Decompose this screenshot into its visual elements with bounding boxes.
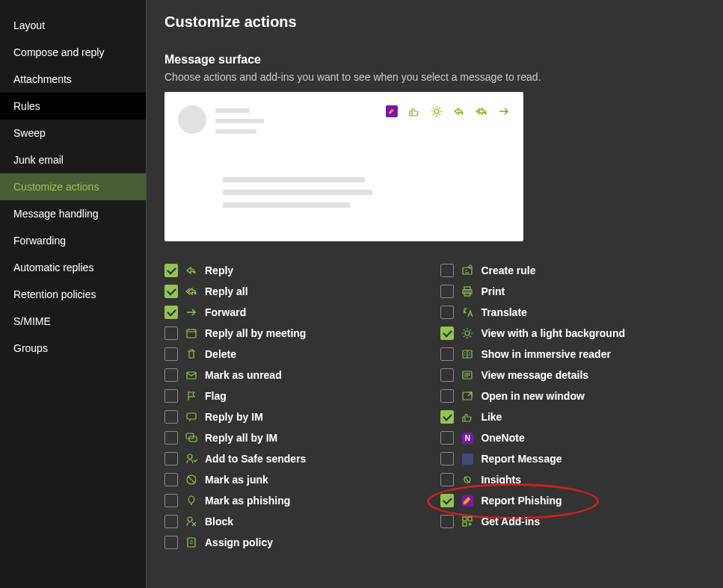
sidebar-item-forwarding[interactable]: Forwarding (0, 227, 146, 254)
sidebar-item-message-handling[interactable]: Message handling (0, 200, 146, 227)
action-item-view-with-a-light-background: View with a light background (440, 327, 625, 340)
action-item-print: Print (440, 285, 625, 298)
checkbox[interactable] (164, 473, 178, 486)
header-lines (215, 105, 377, 140)
action-item-reply-by-im: Reply by IM (164, 410, 306, 424)
checkbox[interactable] (440, 368, 454, 382)
checkbox[interactable] (164, 494, 178, 507)
checkbox[interactable] (164, 327, 178, 340)
action-label: Reply all by meeting (205, 327, 306, 339)
action-item-report-message: Report Message (440, 452, 625, 465)
checkbox[interactable] (440, 473, 454, 486)
reply-icon (185, 264, 197, 276)
action-label: Forward (205, 306, 246, 318)
rule-icon (461, 264, 473, 276)
checkbox[interactable] (440, 327, 454, 340)
action-item-flag: Flag (164, 389, 306, 403)
checkbox[interactable] (164, 264, 178, 277)
policy-icon (185, 536, 197, 548)
action-item-reply: Reply (164, 264, 306, 277)
checkbox[interactable] (440, 285, 454, 298)
sidebar-item-automatic-replies[interactable]: Automatic replies (0, 254, 146, 281)
action-item-block: Block (164, 515, 306, 528)
checkbox[interactable] (164, 515, 178, 528)
action-label: Translate (481, 306, 526, 318)
action-item-report-phishing: Report Phishing (440, 494, 625, 507)
sun-icon (461, 327, 473, 339)
action-label: Report Phishing (481, 495, 562, 507)
action-item-like: Like (440, 410, 625, 424)
action-item-reply-all: Reply all (164, 285, 306, 298)
checkbox[interactable] (164, 306, 178, 319)
forward-icon (498, 105, 510, 117)
sidebar-item-sweep[interactable]: Sweep (0, 120, 146, 146)
action-label: Flag (205, 390, 227, 402)
section-title: Message surface (164, 53, 705, 66)
onenote-icon: N (461, 432, 473, 444)
action-item-reply-all-by-meeting: Reply all by meeting (164, 327, 306, 340)
reportmsg-icon (461, 453, 473, 465)
checkbox[interactable] (164, 452, 178, 465)
sidebar-item-s/mime[interactable]: S/MIME (0, 308, 146, 335)
action-item-insights: Insights (440, 473, 625, 486)
sidebar-item-layout[interactable]: Layout (0, 12, 146, 39)
forward-icon (185, 306, 197, 318)
checkbox[interactable] (440, 494, 454, 507)
checkbox[interactable] (164, 347, 178, 361)
action-label: Mark as unread (205, 369, 282, 381)
checkbox[interactable] (440, 347, 454, 361)
action-label: Delete (205, 348, 236, 360)
checkbox[interactable] (164, 389, 178, 403)
action-label: Like (481, 411, 502, 423)
checkbox[interactable] (440, 410, 454, 424)
settings-sidebar: LayoutCompose and replyAttachmentsRulesS… (0, 0, 147, 588)
phishing-icon (185, 495, 197, 507)
action-label: Report Message (481, 453, 562, 465)
sidebar-item-attachments[interactable]: Attachments (0, 66, 146, 93)
checkbox[interactable] (164, 410, 178, 424)
checkbox[interactable] (164, 368, 178, 382)
checkbox[interactable] (440, 515, 454, 528)
sidebar-item-customize-actions[interactable]: Customize actions (0, 173, 146, 200)
flag-icon (185, 390, 197, 402)
sidebar-item-junk-email[interactable]: Junk email (0, 146, 146, 173)
checkbox[interactable] (440, 431, 454, 445)
checkbox[interactable] (164, 431, 178, 445)
sidebar-item-rules[interactable]: Rules (0, 93, 146, 120)
action-label: View message details (481, 369, 588, 381)
junk-icon (185, 474, 197, 486)
trash-icon (185, 348, 197, 360)
action-item-show-in-immersive-reader: Show in immersive reader (440, 347, 625, 361)
action-label: Reply all by IM (205, 432, 277, 444)
checkbox[interactable] (164, 536, 178, 549)
light-background-icon (431, 105, 443, 117)
section-description: Choose actions and add-ins you want to s… (164, 71, 705, 83)
action-item-reply-all-by-im: Reply all by IM (164, 431, 306, 445)
checkbox[interactable] (440, 306, 454, 319)
checkbox[interactable] (440, 264, 454, 277)
action-label: Mark as phishing (205, 495, 290, 507)
actions-column-right: Create rulePrintTranslateView with a lig… (440, 264, 625, 549)
action-label: Mark as junk (205, 474, 268, 486)
action-item-open-in-new-window: Open in new window (440, 389, 625, 403)
checkbox[interactable] (164, 285, 178, 298)
block-icon (185, 516, 197, 527)
translate-icon (461, 306, 473, 318)
sidebar-item-retention-policies[interactable]: Retention policies (0, 281, 146, 308)
reply-all-icon (476, 105, 487, 117)
actions-column-left: ReplyReply allForwardReply all by meetin… (164, 264, 306, 549)
action-label: OneNote (481, 432, 524, 444)
sidebar-item-groups[interactable]: Groups (0, 335, 146, 362)
action-label: Assign policy (205, 536, 273, 548)
checkbox[interactable] (440, 452, 454, 465)
action-label: Print (481, 285, 505, 297)
checkbox[interactable] (440, 389, 454, 403)
action-label: View with a light background (481, 327, 625, 339)
action-item-mark-as-phishing: Mark as phishing (164, 494, 306, 507)
action-item-get-add-ins: Get Add-ins (440, 515, 625, 528)
sidebar-item-compose-and-reply[interactable]: Compose and reply (0, 39, 146, 66)
action-label: Reply (205, 264, 233, 276)
action-label: Block (205, 516, 233, 527)
actions-grid: ReplyReply allForwardReply all by meetin… (164, 264, 705, 549)
chatall-icon (185, 432, 197, 444)
